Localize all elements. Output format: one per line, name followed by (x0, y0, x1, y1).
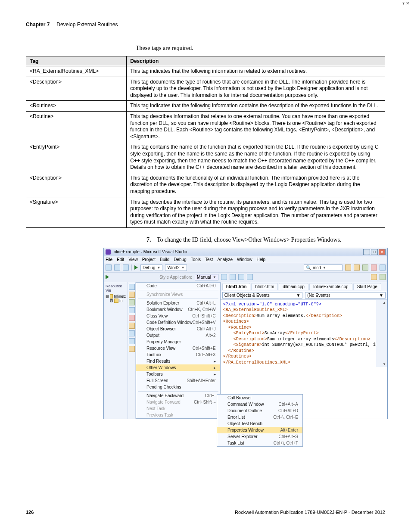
vs-toolbar-row2[interactable]: Style Application: Manual▼ (104, 273, 387, 282)
desc-cell: This tag documents the functionality of … (127, 173, 385, 197)
menu-help[interactable]: Help (257, 257, 266, 262)
page-number: 126 (26, 510, 34, 515)
editor-tab[interactable]: dllmain.cpp (279, 283, 308, 290)
tag-cell: <Description> (26, 173, 127, 197)
menu-item[interactable]: OutputAlt+2 (136, 332, 220, 339)
gutter-icon[interactable] (129, 284, 135, 290)
resource-view-tab[interactable]: Resource Vie (105, 283, 127, 293)
menu-project[interactable]: Project (142, 257, 156, 262)
other-windows-submenu[interactable]: Call BrowserCommand WindowCtrl+Alt+ADocu… (217, 394, 303, 447)
open-icon[interactable] (114, 264, 120, 271)
submenu-item[interactable]: Error ListCtrl+\, Ctrl+E (217, 414, 302, 420)
menu-item[interactable]: Bookmark WindowCtrl+K, Ctrl+W (136, 306, 220, 313)
fmt-icon-4[interactable] (247, 274, 253, 280)
config-dropdown[interactable]: Debug▼ (140, 264, 162, 271)
menu-window[interactable]: Window (237, 257, 252, 262)
object-combo[interactable]: Client Objects & Events▼ (222, 292, 303, 299)
new-project-icon[interactable] (106, 264, 112, 271)
gutter-icon[interactable] (129, 307, 135, 313)
menu-item[interactable]: Solution ExplorerCtrl+Alt+L (136, 300, 220, 306)
menu-build[interactable]: Build (160, 257, 169, 262)
platform-dropdown[interactable]: Win32▼ (165, 264, 187, 271)
menu-item[interactable]: Find Results▸ (136, 358, 220, 364)
desc-cell: This tag indicates that the following in… (127, 101, 385, 112)
tool-icon-3[interactable] (362, 264, 368, 271)
menu-view[interactable]: View (128, 257, 138, 262)
vertical-scrollbar[interactable]: ▲▼ (381, 300, 387, 367)
tool-icon-1[interactable] (345, 264, 351, 271)
submenu-item[interactable]: Properties WindowAlt+Enter (217, 427, 302, 433)
menu-item[interactable]: Property Manager (136, 339, 220, 345)
maximize-button[interactable]: □ (371, 249, 378, 255)
tool-icon-4[interactable] (371, 264, 377, 271)
menu-item[interactable]: Resource ViewCtrl+Shift+E (136, 345, 220, 352)
fmt-icon-3[interactable] (238, 274, 244, 280)
editor-combo-bar[interactable]: Client Objects & Events▼ (No Events)▼ (221, 291, 387, 300)
submenu-item[interactable]: Command WindowCtrl+Alt+A (217, 401, 302, 408)
menu-item[interactable]: Toolbars▸ (136, 371, 220, 377)
style-app-label: Style Application: (159, 275, 192, 280)
vs-menubar[interactable]: FileEditViewProjectBuildDebugToolsTestAn… (104, 256, 387, 263)
menu-analyze[interactable]: Analyze (217, 257, 233, 262)
menu-test[interactable]: Test (205, 257, 213, 262)
minimize-button[interactable]: _ (363, 249, 370, 255)
menu-item[interactable]: Class ViewCtrl+Shift+C (136, 313, 220, 319)
view-menu[interactable]: CodeCtrl+Alt+0Synchronize ViewsSolution … (136, 282, 221, 419)
menu-item[interactable]: Other Windows▸ (136, 364, 220, 371)
code-editor[interactable]: <?xml version="1.0" encoding="UTF-8"?> <… (221, 300, 381, 367)
col-desc: Description (127, 56, 385, 66)
submenu-item[interactable]: Server ExplorerCtrl+Alt+S (217, 433, 302, 440)
editor-tab[interactable]: InlineExample.cpp (309, 283, 352, 290)
menu-item: Navigate ForwardCtrl+Shift+- (136, 399, 220, 405)
publication-id: Rockwell Automation Publication 1789-UM0… (235, 510, 385, 515)
menu-file[interactable]: File (106, 257, 112, 262)
chapter-label: Chapter 7 (26, 22, 50, 28)
event-combo[interactable]: (No Events)▼ (305, 292, 386, 299)
fmt-icon-2[interactable] (230, 274, 236, 280)
save-icon[interactable] (123, 264, 129, 271)
submenu-item[interactable]: Call Browser (217, 395, 302, 401)
tool-icon-2[interactable] (354, 264, 360, 271)
menu-item[interactable]: Navigate BackwardCtrl+- (136, 392, 220, 399)
editor-tab[interactable]: html1.htm (222, 283, 251, 290)
fmt-icon-1[interactable] (221, 274, 227, 280)
menu-item[interactable]: Object BrowserCtrl+Alt+J (136, 326, 220, 332)
tag-cell: <Routine> (26, 111, 127, 142)
gutter-icon[interactable] (129, 323, 135, 329)
editor-tab[interactable]: html2.htm (251, 283, 278, 290)
gutter-icon[interactable] (129, 330, 135, 336)
gutter-icon[interactable] (129, 338, 135, 344)
tool-icon-5[interactable] (380, 264, 386, 271)
gutter-icon[interactable] (129, 346, 135, 352)
editor-tab[interactable]: Start Page (353, 283, 381, 290)
menu-item[interactable]: ToolboxCtrl+Alt+X (136, 352, 220, 358)
menu-item[interactable]: CodeCtrl+Alt+0 (136, 283, 220, 289)
menu-edit[interactable]: Edit (117, 257, 124, 262)
chapter-title: Develop External Routines (56, 22, 118, 28)
menu-item[interactable]: Code Definition WindowCtrl+Shift+V (136, 319, 220, 326)
gutter-icon[interactable] (129, 292, 135, 298)
table-row: <EntryPoint>This tag contains the name o… (26, 142, 385, 173)
submenu-item[interactable]: Task ListCtrl+\, Ctrl+T (217, 440, 302, 446)
tag-cell: <Signature> (26, 197, 127, 227)
tab-icon[interactable] (371, 274, 377, 280)
solution-tree[interactable]: ⊟InlineE ⊟In (105, 293, 127, 304)
close-button[interactable]: ✕ (379, 249, 386, 255)
start-debug-icon[interactable] (134, 265, 138, 270)
vs-titlebar[interactable]: InlineExample - Microsoft Visual Studio … (104, 248, 387, 256)
menu-item[interactable]: Pending Checkins (136, 384, 220, 390)
menu-item[interactable]: Full ScreenShift+Alt+Enter (136, 377, 220, 384)
editor-tabs[interactable]: html1.htmhtml2.htmdllmain.cppInlineExamp… (221, 282, 387, 291)
find-dropdown[interactable]: 🔍mcd▼ (304, 264, 342, 271)
menu-debug[interactable]: Debug (174, 257, 186, 262)
menu-tools[interactable]: Tools (191, 257, 201, 262)
vs-side-panel[interactable]: Resource Vie ⊟InlineE ⊟In (104, 282, 128, 419)
gutter-icon[interactable] (129, 299, 135, 305)
tab-close-icon[interactable]: ▾ ✕ (402, 1, 409, 6)
vs-toolbar-row1[interactable]: Debug▼ Win32▼ 🔍mcd▼ (104, 263, 387, 273)
submenu-item[interactable]: Document OutlineCtrl+Alt+D (217, 408, 302, 414)
play-icon[interactable] (106, 275, 109, 279)
submenu-item[interactable]: Object Test Bench (217, 420, 302, 427)
gutter-icon[interactable] (129, 315, 135, 321)
hex-icon[interactable] (380, 274, 386, 280)
